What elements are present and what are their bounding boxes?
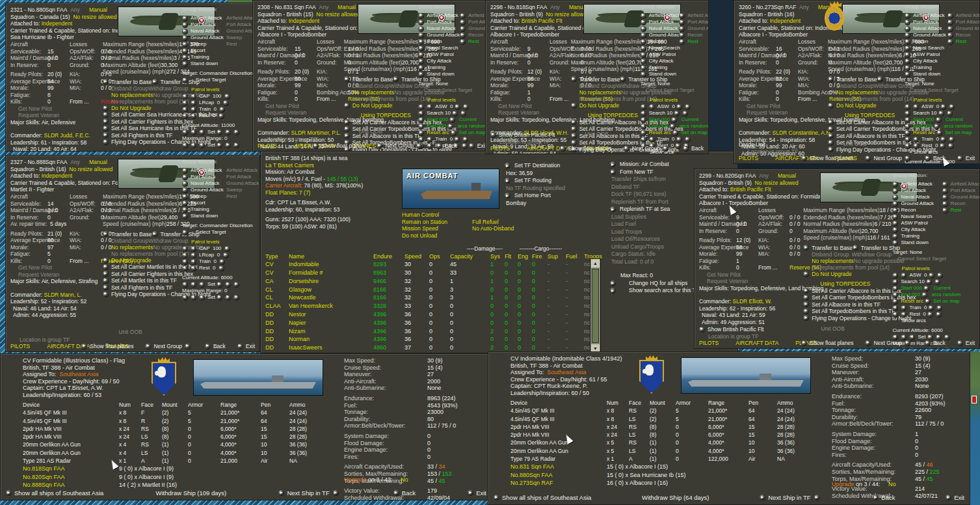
set-altitude-button[interactable]: Set (207, 129, 215, 135)
set-all-action[interactable]: Set All Albacore Is in this TF (812, 301, 881, 308)
ship-footer-button[interactable]: Exit (946, 494, 964, 501)
day-mission[interactable]: Naval Search (649, 45, 680, 51)
menu-arrow-icon[interactable] (610, 206, 616, 212)
day-mission[interactable]: Stand down (191, 213, 218, 219)
ship-row[interactable]: CV Formidable # 8963 30 0 33 0 0 0 0 - -… (265, 269, 596, 277)
menu-arrow-icon[interactable] (505, 193, 510, 198)
request-veteran-link[interactable]: Request Veteran (747, 109, 829, 116)
upgrade-line[interactable]: Upgrade on 3 / 44: No (832, 481, 896, 488)
arrow-icon[interactable] (418, 72, 424, 77)
manual-toggle[interactable]: Manual (89, 159, 107, 165)
footer-button[interactable]: Exit (957, 155, 975, 161)
day-mission[interactable]: Airfield Attack (913, 12, 944, 19)
footer-button[interactable]: Show float planes (801, 155, 853, 161)
transfer-to-base-button[interactable]: Transfer to Base (828, 76, 877, 83)
night-mission[interactable]: Airfield Attack (956, 12, 980, 19)
night-mission[interactable]: Ground Attack (956, 25, 980, 32)
night-mission[interactable]: Rest (226, 193, 237, 200)
arrow-icon[interactable] (571, 119, 577, 125)
ship-row[interactable]: CV Indomitable 8293 30 0 45 1 0 0 0 - - … (265, 260, 596, 269)
request-veteran-link[interactable]: Request Veteran (18, 271, 104, 279)
night-mission[interactable]: Rest (687, 38, 698, 45)
footer-button[interactable]: Back (683, 145, 704, 152)
day-mission[interactable]: Stand down (913, 71, 940, 77)
set-all-action[interactable]: Set All Carrier Fighters in this hex (111, 271, 193, 278)
ship-footer-button[interactable]: Withdraw Ship (109 days) (155, 489, 226, 497)
set-all-action[interactable]: Set All Fighters in this TF (111, 284, 172, 292)
upgrade-line[interactable]: Upgrade on 3 / 43: No (344, 476, 408, 484)
day-mission[interactable]: Recon (901, 207, 916, 213)
day-mission[interactable]: Ground Attack (649, 32, 682, 38)
arrow-icon[interactable] (828, 126, 834, 132)
footer-button[interactable]: Exit (237, 343, 255, 349)
arrow-icon[interactable] (103, 139, 109, 145)
select-target[interactable]: Cannot Select Target (423, 87, 472, 94)
footer-tab[interactable]: PILOTS (699, 340, 719, 346)
arrow-icon[interactable] (803, 308, 809, 314)
ship-row[interactable]: CA Dorsetshire 9466 32 0 1 1 0 0 0 - - n… (265, 277, 596, 286)
ship-footer-button[interactable]: Back (873, 494, 895, 501)
do-not-upgrade-toggle[interactable]: Do Not Upgrade (579, 102, 619, 109)
day-mission[interactable]: Stand down (427, 71, 454, 77)
tf-menu-item[interactable]: Change HQ for all ships (629, 280, 687, 288)
arrow-icon[interactable] (460, 39, 466, 45)
tf-name[interactable]: La T Bisset Carriers (265, 162, 363, 169)
day-mission[interactable]: Airfield Attack (901, 181, 932, 187)
footer-button[interactable]: Next Group (145, 343, 192, 349)
get-new-pilot-link[interactable]: Get New Pilot (18, 264, 104, 271)
day-mission[interactable]: Training (649, 64, 668, 71)
select-target[interactable]: Cannot Select Target (910, 87, 959, 94)
do-not-upgrade-toggle[interactable]: Do Not Upgrade (111, 257, 151, 264)
ship-list-scrollbar[interactable]: ▲ ▼ (590, 258, 601, 353)
day-mission[interactable]: Port Attack (913, 19, 938, 25)
select-target[interactable]: Select Target (196, 77, 226, 83)
day-mission[interactable]: Recon (649, 38, 664, 45)
do-not-upgrade-toggle[interactable]: Do Not Upgrade (111, 105, 151, 111)
tf-dest-menu-item[interactable]: Set TF Routing (514, 177, 551, 185)
night-mission[interactable]: Airfield Attack (951, 181, 980, 187)
ship-assigned[interactable]: Assigned To: Southeast Asia (23, 371, 125, 378)
day-mission[interactable]: Naval Attack (901, 194, 929, 200)
footer-tab[interactable]: PILOTS (258, 143, 277, 149)
day-mission[interactable]: Naval Attack (427, 25, 455, 32)
arrow-icon[interactable] (905, 72, 910, 77)
ship-footer-button[interactable]: Back (393, 489, 416, 497)
arrow-icon[interactable] (182, 213, 188, 219)
ship-row[interactable]: DD Norman 4396 36 0 0 0 0 0 0 - - none (265, 335, 596, 344)
no-replacements-toggle[interactable]: No replacements (352, 89, 394, 96)
tf-order-toggle-2[interactable]: Full Refuel (472, 219, 499, 226)
tf-order-toggle[interactable]: Human Control (402, 212, 472, 219)
tf-menu-item[interactable]: Load Troops (611, 228, 642, 236)
day-mission[interactable]: Naval Search (427, 45, 458, 51)
tf-menu-item[interactable]: Load Supplies (611, 213, 646, 221)
ship-squadron-name[interactable]: No.818Sqn FAA (23, 465, 119, 472)
request-veteran-link[interactable]: Request Veteran (707, 278, 804, 285)
tf-menu-item[interactable]: Transfer Ships to/from (611, 176, 666, 184)
set-on-map-button[interactable]: Set on map (945, 130, 972, 136)
tf-menu-item[interactable]: Replenish TF at Sea (620, 206, 670, 213)
day-mission[interactable]: Training (191, 206, 209, 213)
night-mission[interactable]: Rest (951, 207, 961, 213)
tf-dest-menu-item[interactable]: No TF Routing specified (506, 185, 565, 193)
menu-arrow-icon[interactable] (610, 161, 616, 167)
set-range-button[interactable]: Set (207, 142, 215, 148)
ship-footer-button[interactable]: Next Ship in TF (760, 494, 822, 501)
day-mission[interactable]: Stand down (901, 239, 928, 246)
night-mission[interactable]: Sweep (226, 187, 242, 193)
using-torpedoes[interactable]: Using TORPEDOES (588, 112, 640, 119)
arrow-icon[interactable] (803, 271, 809, 277)
footer-button[interactable]: Next Group (377, 143, 424, 149)
ship-squadron-name[interactable]: No.831 Sqn FAA (510, 463, 607, 471)
request-veteran-link[interactable]: Request Veteran (265, 109, 345, 116)
scrollbar-thumb[interactable] (592, 269, 599, 343)
tf-menu-item[interactable]: Dock TF (90,671 tons) (611, 191, 666, 198)
ship-squadron-name[interactable]: No.273Sqn RAF (510, 479, 607, 487)
footer-button[interactable]: Back (925, 340, 946, 346)
footer-button[interactable]: Next Group (865, 340, 912, 346)
set-all-action[interactable]: Set All TorpedoBombers in this TF (812, 308, 895, 315)
ship-footer-button[interactable]: Show all ships of Southeast Asia (6, 489, 103, 497)
night-mission[interactable]: Recon (951, 200, 966, 207)
tf-menu-item[interactable]: Unload Cargo/Troops (611, 243, 664, 251)
arrow-icon[interactable] (344, 126, 350, 132)
select-target[interactable]: Cannot Select Target (646, 87, 695, 94)
